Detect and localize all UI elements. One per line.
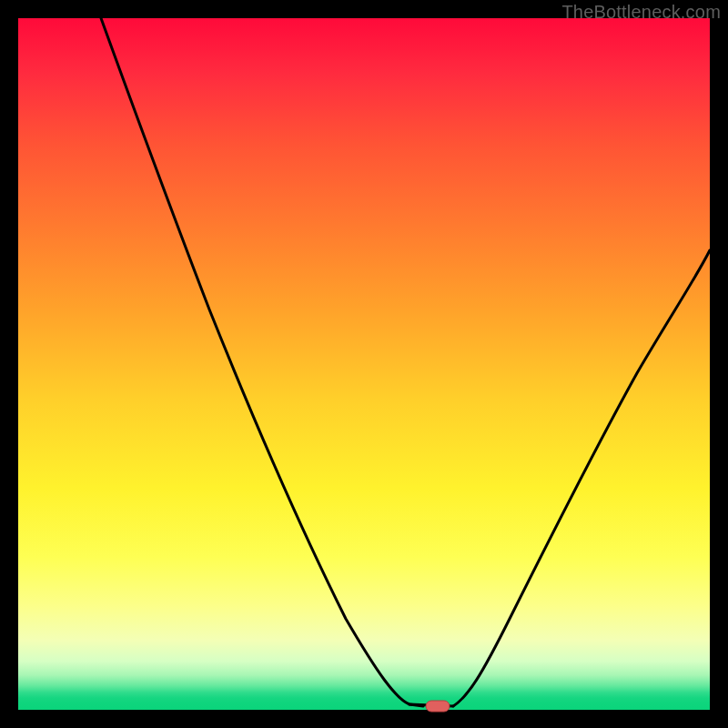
curve-left-branch [101,18,423,706]
bottleneck-curve [18,18,710,710]
watermark-text: TheBottleneck.com [561,2,721,23]
chart-frame: TheBottleneck.com [0,0,728,728]
min-marker [426,701,450,712]
curve-right-branch [453,250,710,706]
plot-area [18,18,710,710]
